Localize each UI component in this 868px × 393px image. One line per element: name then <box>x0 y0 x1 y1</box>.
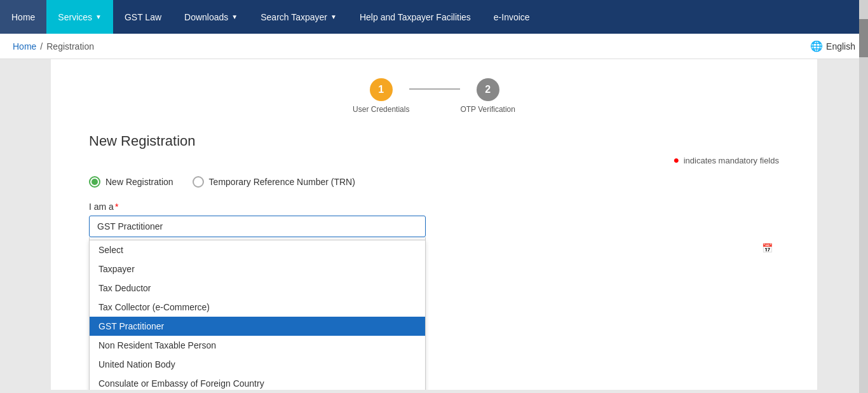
nav-gst-law[interactable]: GST Law <box>113 0 173 34</box>
scrollbar-track[interactable] <box>859 0 868 390</box>
step-2: 2 OTP Verification <box>460 78 515 114</box>
step-connector <box>409 88 460 90</box>
nav-einvoice[interactable]: e-Invoice <box>482 0 541 34</box>
nav-downloads[interactable]: Downloads ▼ <box>173 0 249 34</box>
dropdown-item-non-resident[interactable]: Non Resident Taxable Person <box>90 336 425 355</box>
step-1: 1 User Credentials <box>353 78 409 114</box>
breadcrumb-separator: / <box>40 41 43 52</box>
radio-trn[interactable]: Temporary Reference Number (TRN) <box>193 176 355 188</box>
mandatory-note: ● indicates mandatory fields <box>89 155 779 166</box>
downloads-arrow-icon: ▼ <box>231 13 238 20</box>
language-label: English <box>826 41 855 52</box>
dropdown-item-gst-practitioner[interactable]: GST Practitioner <box>90 317 425 336</box>
scrollbar-thumb[interactable] <box>859 19 868 57</box>
dropdown-item-taxpayer[interactable]: Taxpayer <box>90 259 425 279</box>
services-arrow-icon: ▼ <box>95 13 102 20</box>
dropdown-item-select[interactable]: Select <box>90 240 425 259</box>
dropdown-item-un-body[interactable]: United Nation Body <box>90 355 425 374</box>
main-content: 1 User Credentials 2 OTP Verification Ne… <box>51 59 817 390</box>
step-2-label: OTP Verification <box>460 105 515 114</box>
step-1-circle: 1 <box>370 78 393 101</box>
radio-new-reg-circle <box>89 176 100 188</box>
breadcrumb-home[interactable]: Home <box>13 41 36 52</box>
radio-new-registration[interactable]: New Registration <box>89 176 173 188</box>
dropdown-item-tax-collector[interactable]: Tax Collector (e-Commerce) <box>90 298 425 317</box>
step-1-label: User Credentials <box>353 105 409 114</box>
breadcrumb: Home / Registration <box>13 41 94 52</box>
search-taxpayer-arrow-icon: ▼ <box>330 13 337 20</box>
top-bar: Home / Registration 🌐 English <box>0 34 868 59</box>
dropdown-list: Select Taxpayer Tax Deductor Tax Collect… <box>89 240 426 390</box>
i-am-a-select-wrapper: SelectTaxpayerTax DeductorTax Collector … <box>89 216 779 258</box>
navbar: Home Services ▼ GST Law Downloads ▼ Sear… <box>0 0 868 34</box>
dropdown-item-consulate[interactable]: Consulate or Embassy of Foreign Country <box>90 374 425 390</box>
nav-search-taxpayer[interactable]: Search Taxpayer ▼ <box>249 0 348 34</box>
radio-trn-circle <box>193 176 204 188</box>
i-am-a-select[interactable]: SelectTaxpayerTax DeductorTax Collector … <box>89 216 426 237</box>
nav-services[interactable]: Services ▼ <box>46 0 113 34</box>
dropdown-item-tax-deductor[interactable]: Tax Deductor <box>90 279 425 298</box>
mandatory-dot: ● <box>673 155 679 165</box>
nav-help[interactable]: Help and Taxpayer Facilities <box>348 0 482 34</box>
step-2-circle: 2 <box>477 78 499 101</box>
radio-group: New Registration Temporary Reference Num… <box>89 176 779 188</box>
language-button[interactable]: 🌐 English <box>810 40 855 52</box>
stepper: 1 User Credentials 2 OTP Verification <box>89 78 779 114</box>
globe-icon: 🌐 <box>810 40 823 52</box>
i-am-a-label: I am a* <box>89 202 779 212</box>
calendar-icon: 📅 <box>762 243 773 253</box>
breadcrumb-current: Registration <box>46 41 94 52</box>
nav-home[interactable]: Home <box>0 0 46 34</box>
form-title: New Registration <box>89 133 779 149</box>
